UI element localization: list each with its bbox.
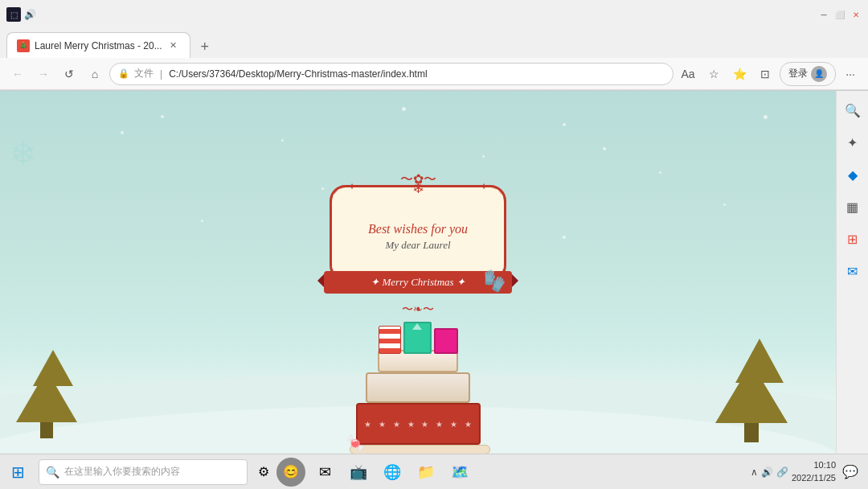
card-ornament-right: ✦: [480, 181, 488, 192]
taskbar-avatar-button[interactable]: 😊: [276, 458, 305, 487]
forward-button[interactable]: →: [32, 63, 55, 85]
large-snowflake: ❄: [10, 135, 37, 172]
taskbar-browser-icon[interactable]: 🌐: [376, 456, 408, 488]
taskbar-search-placeholder: 在这里输入你要搜索的内容: [64, 465, 180, 479]
browser-chrome: ⬚ 🔊 ─ ⬜ ✕ 🎄 Laurel Merry Christmas - 20.…: [0, 0, 868, 91]
taskbar-app1-icon[interactable]: 📺: [342, 456, 375, 488]
card-bottom-curl: 〜❧〜: [330, 302, 506, 317]
new-tab-button[interactable]: +: [194, 35, 216, 58]
card-snowflake: ❄: [412, 179, 424, 197]
back-button[interactable]: ←: [6, 63, 29, 85]
cake-star: ★: [407, 420, 415, 429]
sidebar-office-button[interactable]: ⊞: [840, 226, 866, 252]
tab-close-button[interactable]: ✕: [167, 39, 180, 52]
clock-time: 10:10: [792, 459, 836, 471]
url-text: C:/Users/37364/Desktop/Merry-Christmas-m…: [169, 68, 665, 80]
systray-sound[interactable]: 🔊: [761, 466, 773, 478]
sidebar-outlook-button[interactable]: ✉: [840, 258, 866, 284]
favorites-button[interactable]: ☆: [702, 63, 725, 85]
restore-button[interactable]: ⬜: [834, 9, 845, 20]
login-button[interactable]: 登录 👤: [780, 62, 836, 86]
separator: |: [160, 68, 162, 80]
snow-particle: [603, 147, 606, 150]
browser-sidebar: 🔍 ✦ ◆ ▦ ⊞ ✉ ⊞ +: [836, 91, 868, 489]
login-label: 登录: [788, 67, 808, 80]
snow-particle: [402, 107, 406, 111]
close-button[interactable]: ✕: [850, 9, 862, 20]
taskbar-right: ∧ 🔊 🔗 10:10 2022/11/25 💬: [751, 459, 868, 484]
cake-star: ★: [379, 420, 386, 429]
clock-date: 2022/11/25: [792, 472, 836, 484]
sidebar-shape-button[interactable]: ◆: [840, 162, 866, 187]
snow-particle: [659, 171, 661, 174]
sound-icon: 🔊: [24, 9, 36, 20]
tree-right: [715, 339, 788, 442]
snow-particle: [723, 203, 726, 206]
tab-bar: 🎄 Laurel Merry Christmas - 20... ✕ +: [0, 29, 868, 58]
taskbar-gear-button[interactable]: ⚙: [251, 459, 276, 485]
cake-bottom: ★ ★ ★ ★ ★ ★ ★ ★: [356, 403, 481, 445]
systray-arrow[interactable]: ∧: [751, 466, 758, 478]
snow-particle: [563, 123, 566, 126]
taskbar-clock[interactable]: 10:10 2022/11/25: [792, 459, 836, 484]
taskbar-search-icon: 🔍: [46, 466, 59, 479]
tab-label: Laurel Merry Christmas - 20...: [35, 40, 162, 51]
systray-network[interactable]: 🔗: [776, 466, 788, 478]
protocol-label: 文件: [134, 67, 154, 80]
snow-particle: [321, 187, 324, 190]
gift-1: [379, 326, 401, 354]
minimize-button[interactable]: ─: [818, 9, 829, 20]
taskbar-mail-icon[interactable]: ✉: [309, 456, 341, 488]
more-button[interactable]: ···: [839, 63, 862, 85]
gift-3: [434, 328, 458, 354]
snow-particle: [764, 115, 768, 119]
taskbar-systray: ∧ 🔊 🔗: [751, 466, 788, 478]
card-text-area: Best wishes for you My dear Laurel: [368, 214, 468, 253]
read-mode-button[interactable]: Aa: [677, 63, 699, 85]
tree-right-top: [735, 339, 784, 383]
cake-star: ★: [465, 420, 472, 429]
page-area: ❄ 〜✿〜 ✦ ✦ ❄ Best wishes for you: [0, 91, 868, 489]
tree-left-top: [33, 350, 73, 386]
notification-button[interactable]: 💬: [839, 461, 862, 483]
collections-button[interactable]: ⊡: [754, 63, 776, 85]
snow-particle: [482, 155, 485, 158]
cake-area: ★ ★ ★ ★ ★ ★ ★ ★: [350, 322, 486, 454]
snow-particle: [161, 115, 164, 118]
cake-star-pattern: ★ ★ ★ ★ ★ ★ ★ ★: [358, 405, 479, 443]
taskbar-explorer-icon[interactable]: 📁: [410, 456, 442, 488]
app-icon: ⬚: [6, 7, 21, 22]
sidebar-search-button[interactable]: 🔍: [840, 97, 866, 123]
sidebar-plus-button[interactable]: ✦: [840, 129, 866, 155]
tree-left-base: [40, 422, 53, 438]
title-bar-left: ⬚ 🔊: [6, 7, 36, 22]
taskbar: ⊞ 🔍 在这里输入你要搜索的内容 ⚙ 😊 ✉ 📺 🌐 📁 🗺️ ∧ 🔊 🔗: [0, 454, 868, 489]
cake-star: ★: [421, 420, 428, 429]
address-bar[interactable]: 🔒 文件 | C:/Users/37364/Desktop/Merry-Chri…: [109, 63, 674, 85]
gifts-top: [350, 322, 486, 354]
add-to-favorites-button[interactable]: ⭐: [728, 63, 751, 85]
taskbar-search-box[interactable]: 🔍 在这里输入你要搜索的内容: [39, 459, 248, 485]
refresh-button[interactable]: ↺: [58, 63, 80, 85]
cake-middle: [366, 372, 470, 403]
cake-star: ★: [364, 420, 371, 429]
main-content: ❄ 〜✿〜 ✦ ✦ ❄ Best wishes for you: [0, 91, 836, 489]
tree-left: [16, 350, 77, 438]
taskbar-maps-icon[interactable]: 🗺️: [444, 456, 476, 488]
browser-tab[interactable]: 🎄 Laurel Merry Christmas - 20... ✕: [6, 32, 190, 58]
gift-2: [403, 322, 432, 354]
gift-2-bow: [412, 323, 422, 330]
nav-bar: ← → ↺ ⌂ 🔒 文件 | C:/Users/37364/Desktop/Me…: [0, 58, 868, 90]
cake-star: ★: [436, 420, 443, 429]
snow-particle: [563, 236, 566, 239]
snow-particle: [281, 139, 284, 142]
card-banner-text: ✦ Merry Christmas ✦: [371, 276, 465, 289]
sidebar-apps-button[interactable]: ▦: [840, 194, 866, 220]
cake-star: ★: [393, 420, 400, 429]
start-button[interactable]: ⊞: [0, 454, 35, 490]
card-ornament-left: ✦: [348, 181, 356, 192]
card-line1: Best wishes for you: [368, 220, 468, 238]
home-button[interactable]: ⌂: [84, 63, 106, 85]
cake-star: ★: [450, 420, 457, 429]
tab-favicon: 🎄: [17, 39, 30, 52]
